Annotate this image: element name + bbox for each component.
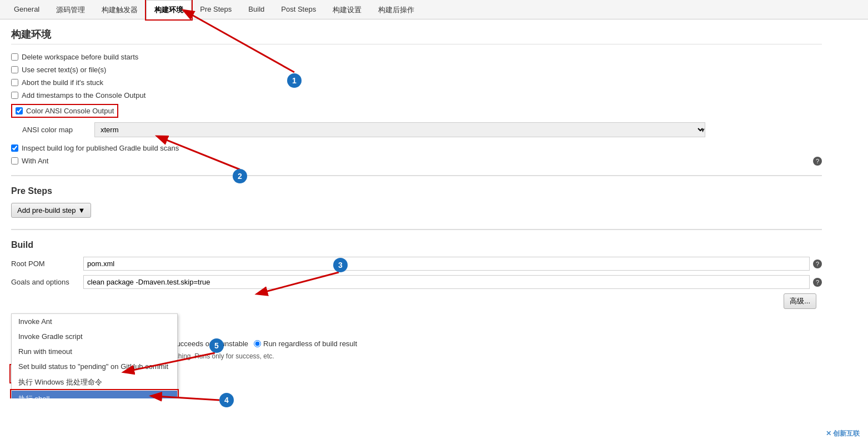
add-pre-build-step-label: Add pre-build step (17, 206, 76, 214)
add-pre-build-step-button[interactable]: Add pre-build step ▼ (11, 203, 91, 218)
tab-triggers[interactable]: 构建触发器 (93, 0, 146, 19)
checkbox-abort-stuck[interactable] (11, 79, 18, 86)
checkbox-color-ansi[interactable] (16, 107, 23, 114)
radio-input-regardless[interactable] (254, 340, 261, 347)
tab-general[interactable]: General (6, 0, 48, 19)
help-icon-root-pom[interactable]: ? (813, 260, 822, 268)
root-pom-row: Root POM ? (11, 257, 822, 271)
ansi-color-map-row: ANSI color map xterm vga css ▼ (22, 122, 822, 137)
add-pre-build-dropdown-arrow: ▼ (78, 206, 86, 214)
tab-presteps[interactable]: Pre Steps (192, 0, 240, 19)
ansi-color-select[interactable]: xterm vga css (94, 122, 705, 137)
help-icon-goals[interactable]: ? (813, 278, 822, 287)
tab-postbuild[interactable]: 构建后操作 (370, 0, 423, 19)
advanced-button[interactable]: 高级... (784, 293, 816, 309)
goals-input[interactable] (83, 275, 810, 289)
pre-steps-title: Pre Steps (11, 186, 822, 196)
dropdown-item-run-timeout[interactable]: Run with timeout (12, 344, 177, 359)
advanced-btn-row: 高级... (11, 293, 822, 309)
ansi-color-label: ANSI color map (22, 126, 89, 134)
checkbox-row-7: With Ant ? (11, 157, 822, 165)
question-mark-icon-goals[interactable]: ? (813, 278, 822, 287)
label-abort-stuck[interactable]: Abort the build if it's stuck (22, 78, 103, 87)
tab-settings[interactable]: 构建设置 (324, 0, 370, 19)
dropdown-item-invoke-gradle[interactable]: Invoke Gradle script (12, 329, 177, 344)
checkbox-row-4: Add timestamps to the Console Output (11, 91, 822, 99)
checkbox-gradle-scan[interactable] (11, 144, 18, 152)
checkbox-row-color-ansi: Color ANSI Console Output (11, 104, 118, 118)
dropdown-item-execute-shell[interactable]: 执行 shell (12, 391, 177, 398)
tab-bar: General 源码管理 构建触发器 构建环境 Pre Steps Build … (0, 0, 868, 19)
section-divider-1 (11, 175, 822, 176)
pre-steps-section: Pre Steps Add pre-build step ▼ (11, 186, 822, 218)
tab-build[interactable]: Build (240, 0, 273, 19)
checkbox-row-3: Abort the build if it's stuck (11, 78, 822, 87)
dropdown-menu-list: Invoke Ant Invoke Gradle script Run with… (11, 313, 178, 398)
root-pom-input[interactable] (83, 257, 810, 271)
build-section: Build Root POM ? Goals and options ? 高级.… (11, 240, 822, 382)
checkbox-timestamps[interactable] (11, 92, 18, 99)
checkbox-delete-workspace[interactable] (11, 53, 18, 61)
checkbox-row-1: Delete workspace before build starts (11, 53, 822, 61)
question-mark-icon-root-pom[interactable]: ? (813, 260, 822, 268)
dropdown-item-set-build-status[interactable]: Set build status to "pending" on GitHub … (12, 359, 177, 374)
tab-source[interactable]: 源码管理 (48, 0, 93, 19)
checkbox-with-ant[interactable] (11, 157, 18, 164)
section-divider-2 (11, 229, 822, 230)
label-color-ansi[interactable]: Color ANSI Console Output (26, 107, 114, 115)
tab-environment[interactable]: 构建环境 (146, 0, 192, 19)
question-mark-icon[interactable]: ? (813, 157, 822, 166)
label-gradle-scan[interactable]: Inspect build log for published Gradle b… (22, 144, 179, 152)
dropdown-item-invoke-ant[interactable]: Invoke Ant (12, 314, 177, 329)
goals-row: Goals and options ? (11, 275, 822, 289)
tab-poststeps[interactable]: Post Steps (273, 0, 324, 19)
section-title-environment: 构建环境 (11, 28, 822, 44)
label-with-ant[interactable]: With Ant (22, 157, 48, 165)
root-pom-label: Root POM (11, 260, 83, 268)
checkbox-secret-text[interactable] (11, 66, 18, 73)
label-delete-workspace[interactable]: Delete workspace before build starts (22, 53, 138, 61)
radio-label-regardless: Run regardless of build result (263, 340, 357, 348)
radio-regardless[interactable]: Run regardless of build result (254, 340, 357, 348)
build-title: Build (11, 240, 822, 250)
checkbox-row-6: Inspect build log for published Gradle b… (11, 144, 822, 152)
label-timestamps[interactable]: Add timestamps to the Console Output (22, 91, 145, 99)
dropdown-item-windows-batch[interactable]: 执行 Windows 批处理命令 (12, 374, 177, 391)
label-secret-text[interactable]: Use secret text(s) or file(s) (22, 66, 106, 74)
checkbox-row-2: Use secret text(s) or file(s) (11, 66, 822, 74)
goals-label: Goals and options (11, 278, 83, 286)
help-icon-with-ant[interactable]: ? (813, 157, 822, 166)
